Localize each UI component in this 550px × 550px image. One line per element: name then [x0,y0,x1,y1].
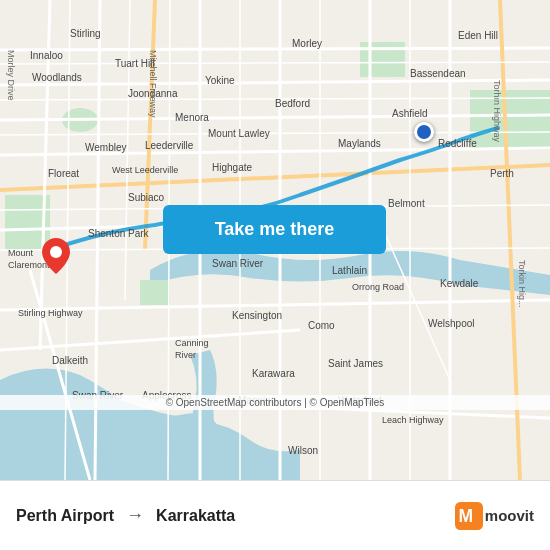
destination-marker [414,122,434,142]
moovit-text: moovit [485,507,534,524]
svg-line-11 [0,48,550,50]
footer-logo: M moovit [455,502,534,530]
svg-rect-5 [140,280,170,305]
footer-arrow: → [126,505,144,526]
svg-text:M: M [458,506,473,526]
footer: Perth Airport → Karrakatta M moovit [0,480,550,550]
moovit-logo-icon: M [455,502,483,530]
origin-marker [42,238,70,274]
svg-point-36 [50,246,62,258]
map-container: Take me there Stirling Innaloo Tuart Hil… [0,0,550,480]
footer-destination: Karrakatta [156,507,235,525]
footer-origin: Perth Airport [16,507,114,525]
take-me-there-button[interactable]: Take me there [163,205,386,254]
svg-rect-3 [470,90,550,150]
attribution: © OpenStreetMap contributors | © OpenMap… [0,395,550,410]
